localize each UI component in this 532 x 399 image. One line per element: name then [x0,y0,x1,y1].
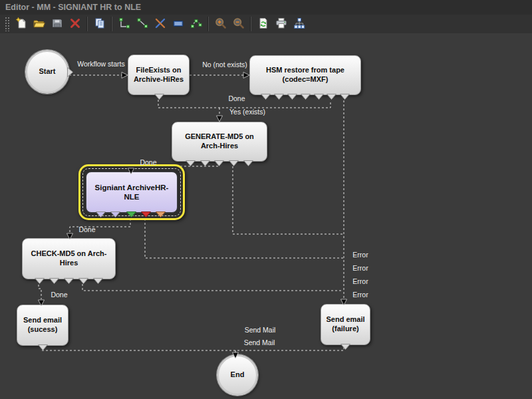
window-title: Editor - MM - SIGNIANT HR to NLE [5,3,141,12]
node-label: Signiant ArchiveHR-NLE [91,183,172,202]
node-tool-button[interactable] [169,16,187,32]
delete-button[interactable] [66,16,84,32]
edge-label-workflow-starts: Workflow starts [77,60,125,68]
output-port[interactable] [38,344,48,350]
orthogonal-link-icon [118,17,131,32]
output-port[interactable] [141,211,151,217]
output-port[interactable] [314,94,324,100]
edge-label-error-4: Error [352,291,368,299]
node-label: Send email (sucess) [22,316,63,334]
zoom-in-button[interactable] [211,16,229,32]
edge-label-done-check: Done [51,291,67,299]
output-port[interactable] [154,94,164,100]
edge-label-done-hsm: Done [228,94,245,102]
output-port[interactable] [274,94,284,100]
output-port[interactable] [340,344,350,350]
output-port[interactable] [261,94,271,100]
curved-link-icon [190,17,203,32]
edge-label-send-mail-1: Send Mail [245,326,276,334]
open-folder-icon [33,17,46,32]
edge-label-done-generate: Done [140,158,156,166]
output-port[interactable] [327,94,336,100]
node-start[interactable]: Start [25,50,69,94]
split-link-button[interactable] [151,16,169,32]
new-workflow-icon [15,17,28,32]
node-tool-icon [172,17,185,32]
node-hsm-restore[interactable]: HSM restore from tape (codec=MXF) [249,55,361,95]
node-generate-md5[interactable]: GENERATE-MD5 on Arch-Hires [172,122,267,162]
node-fileexists[interactable]: FileExists on Archive-HiRes [128,55,190,95]
open-button[interactable] [30,16,48,32]
node-label: Send email (failure) [326,315,365,334]
node-label: GENERATE-MD5 on Arch-Hires [177,132,262,151]
edge-label-error-3: Error [352,277,368,285]
output-port[interactable] [186,160,196,166]
toolbar [0,15,532,34]
output-port[interactable] [49,278,59,284]
toolbar-separator [111,17,112,31]
print-button[interactable] [272,16,290,32]
node-signiant-archive[interactable]: Signiant ArchiveHR-NLE [86,172,178,213]
straight-link-icon [136,17,149,32]
refresh-icon [257,17,270,32]
zoom-out-button[interactable] [229,16,247,32]
orthogonal-link-button[interactable] [115,16,133,32]
node-label: FileExists on Archive-HiRes [133,66,184,84]
output-port[interactable] [214,160,224,166]
node-send-email-success[interactable]: Send email (sucess) [17,305,68,346]
refresh-button[interactable] [254,16,272,32]
zoom-out-icon [232,17,245,32]
node-check-md5[interactable]: CHECK-MD5 on Arch-Hires [22,238,116,279]
output-port[interactable] [96,211,106,217]
node-send-email-failure[interactable]: Send email (failure) [321,304,370,345]
edge-label-yes-exists: Yes (exists) [229,108,265,116]
node-label: HSM restore from tape (codec=MXF) [255,66,356,84]
output-port[interactable] [229,160,239,166]
zoom-in-icon [214,17,227,32]
curved-link-button[interactable] [187,16,205,32]
output-port[interactable] [67,67,73,77]
edge-check-error[interactable] [82,280,343,291]
edge-generate-error[interactable] [233,162,343,234]
output-port[interactable] [287,94,297,100]
toolbar-separator [250,17,251,31]
auto-layout-icon [293,17,306,32]
edge-label-error-2: Error [352,264,368,272]
output-port[interactable] [35,278,45,284]
workflow-canvas[interactable]: Start FileExists on Archive-HiRes HSM re… [0,33,532,399]
copy-button[interactable] [90,16,108,32]
edge-sendmail-line[interactable] [42,346,344,350]
new-workflow-button[interactable] [12,16,30,32]
output-port[interactable] [78,278,88,284]
edge-label-error-1: Error [352,251,368,259]
output-port[interactable] [340,94,350,100]
output-port[interactable] [156,211,166,217]
output-port[interactable] [243,160,253,166]
selection-highlight: Signiant ArchiveHR-NLE [78,164,185,220]
node-end[interactable]: End [217,354,258,396]
edge-signiant-error[interactable] [145,219,343,258]
save-button[interactable] [48,16,66,32]
output-port[interactable] [200,160,210,166]
edge-check-success[interactable] [39,285,41,299]
delete-icon [68,17,82,32]
toolbar-grip[interactable] [5,17,9,31]
output-port[interactable] [301,94,311,100]
straight-link-button[interactable] [133,16,151,32]
toolbar-separator [86,17,88,31]
output-port[interactable] [64,278,74,284]
node-label: End [231,370,245,380]
auto-layout-button[interactable] [290,16,308,32]
edge-label-done-signiant: Done [78,225,95,233]
workflow-editor-window: { "window": { "title": "Editor - MM - SI… [0,0,532,399]
toolbar-separator [207,17,209,31]
save-icon [51,17,64,32]
split-link-icon [154,17,167,32]
print-icon [275,17,288,32]
output-port[interactable] [126,211,136,217]
edge-label-no-not-exists: No (not exists) [202,61,247,68]
edge-label-send-mail-2: Send Mail [244,338,275,346]
copy-icon [93,17,106,32]
output-port[interactable] [110,211,120,217]
output-port[interactable] [93,278,103,284]
